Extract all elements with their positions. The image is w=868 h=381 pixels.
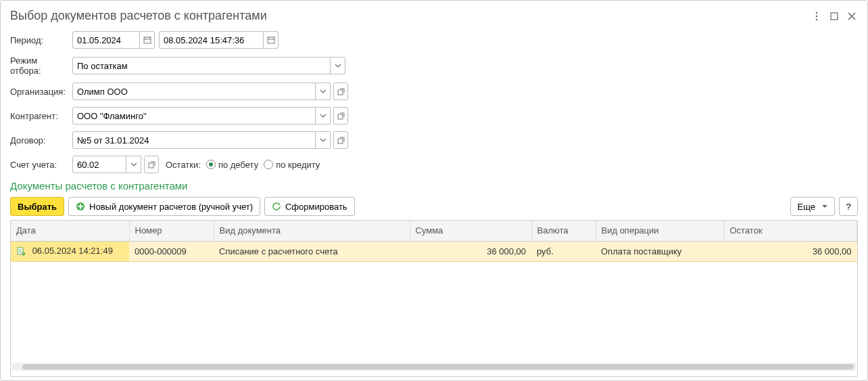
balances-radio-group: Остатки: по дебету по кредиту [166, 160, 320, 170]
chevron-down-icon[interactable] [331, 57, 345, 74]
org-row: Организация: [10, 83, 858, 100]
new-doc-label: Новый документ расчетов (ручной учет) [89, 202, 253, 212]
cell-op-type: Оплата поставщику [596, 241, 724, 261]
chevron-down-icon[interactable] [316, 83, 331, 100]
open-external-icon[interactable] [333, 107, 348, 125]
chevron-down-icon[interactable] [126, 156, 141, 173]
col-currency[interactable]: Валюта [531, 221, 596, 241]
radio-credit-label: по кредиту [276, 160, 320, 170]
documents-table-wrap: Дата Номер Вид документа Сумма Валюта Ви… [10, 220, 858, 377]
svg-point-1 [816, 15, 818, 17]
cell-balance: 36 000,00 [724, 241, 857, 261]
cell-doc-type: Списание с расчетного счета [214, 241, 410, 261]
cell-sum: 36 000,00 [410, 241, 531, 261]
filter-mode-input[interactable] [72, 57, 331, 74]
account-row: Счет учета: Остатки: по дебету по кредит… [10, 156, 858, 173]
window-controls [811, 10, 858, 22]
contract-input[interactable] [72, 131, 316, 149]
cell-date: 06.05.2024 14:21:49 [11, 241, 129, 261]
cell-currency: руб. [531, 241, 596, 261]
dialog-window: Выбор документов расчетов с контрагентам… [0, 0, 868, 381]
date-to-group [159, 31, 279, 49]
cell-date-text: 06.05.2024 14:21:49 [32, 246, 113, 256]
generate-button[interactable]: Сформировать [264, 197, 355, 216]
maximize-icon[interactable] [828, 10, 840, 22]
open-external-icon[interactable] [333, 131, 348, 149]
contract-label: Договор: [10, 135, 72, 145]
refresh-icon [272, 202, 281, 211]
window-title: Выбор документов расчетов с контрагентам… [10, 9, 267, 23]
contract-row: Договор: [10, 131, 858, 149]
radio-credit[interactable]: по кредиту [264, 160, 320, 170]
plus-circle-icon [76, 202, 85, 211]
svg-rect-5 [268, 37, 274, 43]
counterparty-label: Контрагент: [10, 111, 72, 121]
svg-rect-6 [338, 90, 343, 95]
account-label: Счет учета: [10, 160, 72, 170]
svg-point-2 [816, 18, 818, 20]
org-input[interactable] [72, 83, 316, 100]
table-row[interactable]: 06.05.2024 14:21:49 0000-000009 Списание… [11, 241, 857, 261]
filter-mode-row: Режим отбора: [10, 55, 858, 76]
svg-rect-9 [149, 163, 153, 168]
calendar-icon[interactable] [140, 31, 155, 49]
titlebar: Выбор документов расчетов с контрагентам… [10, 9, 858, 23]
chevron-down-icon[interactable] [316, 131, 331, 149]
svg-rect-7 [338, 114, 343, 119]
open-external-icon[interactable] [144, 156, 159, 173]
cell-number: 0000-000009 [129, 241, 214, 261]
select-button[interactable]: Выбрать [10, 197, 64, 216]
new-doc-button[interactable]: Новый документ расчетов (ручной учет) [68, 197, 260, 216]
toolbar-right: Еще ? [790, 197, 858, 216]
account-input[interactable] [72, 156, 126, 173]
org-label: Организация: [10, 87, 72, 97]
col-op-type[interactable]: Вид операции [596, 221, 724, 241]
horizontal-scrollbar[interactable] [10, 363, 858, 371]
select-button-label: Выбрать [18, 202, 57, 212]
filter-mode-label: Режим отбора: [10, 55, 72, 76]
account-field [72, 156, 159, 173]
balances-label: Остатки: [166, 160, 201, 170]
col-date[interactable]: Дата [11, 221, 129, 241]
kebab-menu-icon[interactable] [811, 10, 823, 22]
radio-debit-label: по дебету [218, 160, 258, 170]
more-button[interactable]: Еще [790, 197, 835, 216]
toolbar: Выбрать Новый документ расчетов (ручной … [10, 197, 858, 216]
svg-rect-4 [144, 37, 151, 43]
radio-icon [206, 160, 216, 169]
table-header-row: Дата Номер Вид документа Сумма Валюта Ви… [11, 221, 857, 241]
chevron-down-icon[interactable] [316, 107, 331, 125]
counterparty-row: Контрагент: [10, 107, 858, 125]
filter-mode-field [72, 57, 345, 74]
contract-field [72, 131, 348, 149]
documents-table: Дата Номер Вид документа Сумма Валюта Ви… [11, 221, 857, 262]
svg-rect-8 [338, 139, 343, 143]
period-row: Период: [10, 31, 858, 49]
org-field [72, 83, 348, 100]
radio-icon [264, 160, 273, 169]
scrollbar-thumb[interactable] [22, 364, 854, 369]
counterparty-field [72, 107, 348, 125]
col-sum[interactable]: Сумма [410, 221, 531, 241]
calendar-icon[interactable] [264, 31, 279, 49]
radio-debit[interactable]: по дебету [206, 160, 258, 170]
date-from-input[interactable] [72, 31, 140, 49]
generate-label: Сформировать [285, 202, 347, 212]
help-button[interactable]: ? [839, 197, 858, 216]
help-label: ? [846, 202, 850, 212]
period-label: Период: [10, 35, 72, 45]
svg-rect-3 [831, 13, 838, 20]
date-to-input[interactable] [159, 31, 264, 49]
date-from-group [72, 31, 155, 49]
col-balance[interactable]: Остаток [724, 221, 857, 241]
more-label: Еще [798, 202, 815, 212]
col-doc-type[interactable]: Вид документа [214, 221, 410, 241]
document-icon [16, 247, 26, 256]
counterparty-input[interactable] [72, 107, 316, 125]
open-external-icon[interactable] [333, 83, 348, 100]
col-number[interactable]: Номер [129, 221, 214, 241]
close-icon[interactable] [846, 10, 858, 22]
section-heading: Документы расчетов с контрагентами [10, 180, 858, 192]
svg-point-0 [816, 12, 818, 14]
